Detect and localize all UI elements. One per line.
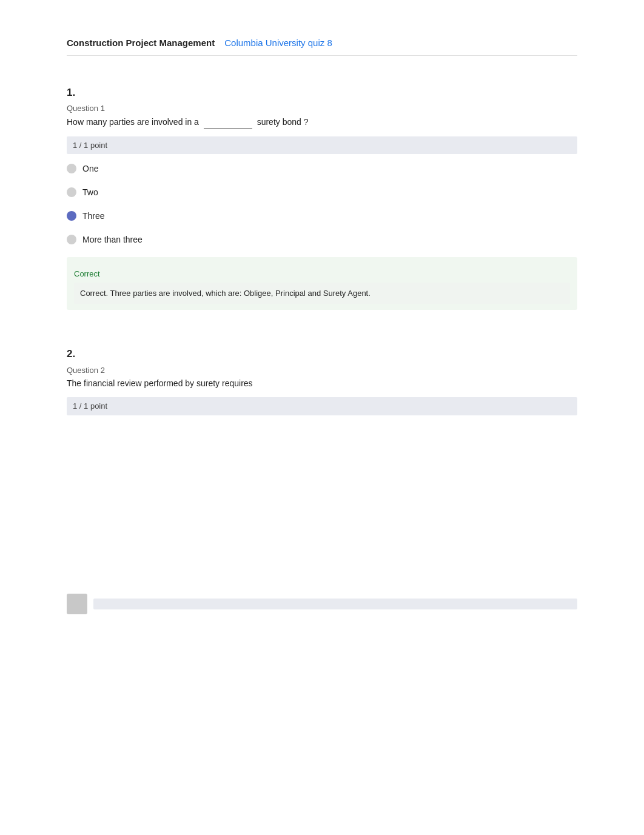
option-three-text: Three (82, 210, 105, 223)
question-1-block: 1. Question 1 How many parties are invol… (67, 85, 577, 310)
question-1-text-after: ? (304, 117, 309, 127)
option-one-text: One (82, 163, 98, 175)
question-2-points: 1 / 1 point (67, 397, 577, 415)
course-subtitle: Columbia University quiz 8 (224, 36, 332, 50)
option-two-text: Two (82, 186, 98, 199)
option-two[interactable]: Two (67, 186, 577, 199)
correct-label: Correct (74, 268, 570, 280)
question-1-number: 1. (67, 85, 577, 101)
question-1-text: How many parties are involved in a suret… (67, 116, 577, 129)
blurred-radio-icon (67, 594, 87, 614)
question-2-number: 2. (67, 346, 577, 362)
correct-feedback: Correct Correct. Three parties are invol… (67, 257, 577, 310)
question-2-label: Question 2 (67, 364, 577, 377)
question-1-label: Question 1 (67, 102, 577, 115)
question-2-options-area (67, 594, 577, 614)
question-1-blank (204, 116, 252, 129)
question-1-text-before: How many parties are involved in a (67, 117, 199, 127)
question-2-text: The financial review performed by surety… (67, 377, 577, 390)
course-title: Construction Project Management (67, 36, 215, 50)
option-more-than-three[interactable]: More than three (67, 233, 577, 246)
radio-two[interactable] (67, 187, 76, 197)
radio-more-than-three[interactable] (67, 235, 76, 244)
radio-three[interactable] (67, 211, 76, 221)
correct-explanation: Correct. Three parties are involved, whi… (74, 283, 570, 304)
page-header: Construction Project Management Columbia… (67, 36, 577, 56)
option-three[interactable]: Three (67, 210, 577, 223)
radio-one[interactable] (67, 164, 76, 173)
question-1-points: 1 / 1 point (67, 136, 577, 155)
option-one[interactable]: One (67, 163, 577, 175)
option-more-than-three-text: More than three (82, 233, 143, 246)
question-1-text-middle: surety bond (257, 117, 301, 127)
blurred-option-bar (93, 599, 577, 609)
question-2-block: 2. Question 2 The financial review perfo… (67, 346, 577, 614)
